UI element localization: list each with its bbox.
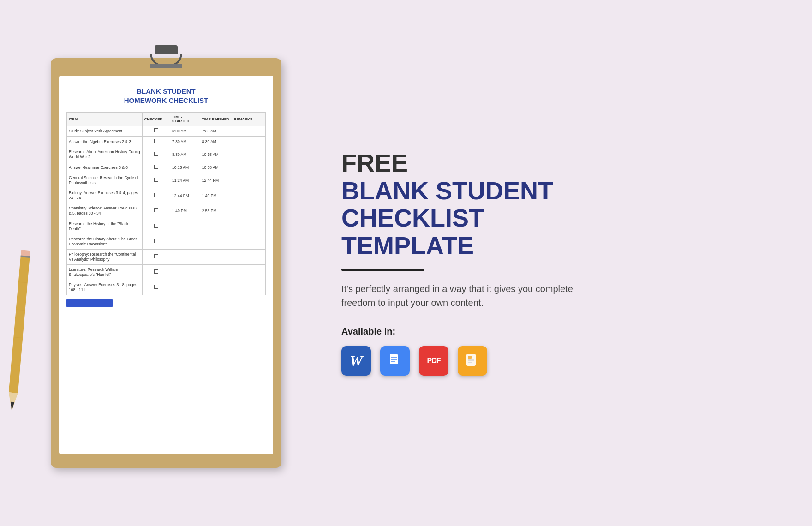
cell-checked [142,188,170,203]
cell-finished: 10:58 AM [200,162,232,173]
cell-checked [142,280,170,295]
cell-item: Biology: Answer Exercises 3 & 4, pages 2… [67,188,143,203]
checkbox[interactable] [154,285,158,289]
checkbox[interactable] [154,208,158,212]
cell-item: Answer the Algebra Exercises 2 & 3 [67,137,143,147]
cell-remarks [232,264,265,280]
table-row: Chemistry Science: Answer Exercises 4 & … [67,203,266,219]
header-checked: CHECKED [142,113,170,126]
table-row: Answer Grammar Exercises 3 & 610:15 AM10… [67,162,266,173]
clipboard-clip [150,45,182,68]
cell-finished: 7:30 AM [200,126,232,137]
table-row: Answer the Algebra Exercises 2 & 37:30 A… [67,137,266,147]
cell-checked [142,147,170,162]
paper-title: BLANK STUDENT HOMEWORK CHECKLIST [66,87,266,105]
cell-started: 7:30 AM [170,137,200,147]
checkbox[interactable] [154,254,158,258]
clipboard-section: BLANK STUDENT HOMEWORK CHECKLIST ITEM CH… [37,58,295,468]
cell-remarks [232,188,265,203]
header-finished: TIME-FINISHED [200,113,232,126]
table-row: Biology: Answer Exercises 3 & 4, pages 2… [67,188,266,203]
checkbox[interactable] [154,239,158,243]
cell-checked [142,173,170,188]
checkbox[interactable] [154,178,158,182]
cell-checked [142,203,170,219]
cell-item: Study Subject-Verb Agreement [67,126,143,137]
cell-remarks [232,147,265,162]
cell-started: 6:00 AM [170,126,200,137]
cell-finished [200,219,232,234]
cell-remarks [232,249,265,264]
checkbox[interactable] [154,128,158,132]
cell-remarks [232,126,265,137]
cell-finished: 8:30 AM [200,137,232,147]
cell-finished [200,264,232,280]
cell-checked [142,137,170,147]
cell-checked [142,264,170,280]
cell-remarks [232,173,265,188]
pages-icon[interactable] [458,346,487,376]
table-row: Research the History of the "Black Death… [67,219,266,234]
cell-item: Philosophy: Research the "Continental Vs… [67,249,143,264]
checkbox[interactable] [154,193,158,197]
info-section: FREE BLANK STUDENT CHECKLIST TEMPLATE It… [332,150,775,376]
app-icons: W PDF [341,346,775,376]
cell-item: Research the History of the "Black Death… [67,219,143,234]
cell-finished: 2:55 PM [200,203,232,219]
cell-checked [142,234,170,249]
cell-started [170,219,200,234]
free-label: FREE [341,150,775,175]
svg-rect-15 [466,354,476,366]
table-row: Study Subject-Verb Agreement6:00 AM7:30 … [67,126,266,137]
header-item: ITEM [67,113,143,126]
cell-finished: 12:44 PM [200,173,232,188]
cell-finished: 10:15 AM [200,147,232,162]
cell-finished: 1:40 PM [200,188,232,203]
table-row: Research the History About "The Great Ec… [67,234,266,249]
cell-item: Chemistry Science: Answer Exercises 4 & … [67,203,143,219]
table-row: Physics: Answer Exercises 3 - 8, pages 1… [67,280,266,295]
cell-remarks [232,234,265,249]
divider [341,269,424,271]
main-title: BLANK STUDENT CHECKLIST TEMPLATE [341,177,775,259]
checkbox[interactable] [154,139,158,143]
cell-remarks [232,219,265,234]
clipboard-body: BLANK STUDENT HOMEWORK CHECKLIST ITEM CH… [51,58,281,468]
cell-started [170,234,200,249]
header-started: TIME-STARTED [170,113,200,126]
table-row: Research About American History During W… [67,147,266,162]
pdf-icon[interactable]: PDF [419,346,448,376]
cell-item: Research the History About "The Great Ec… [67,234,143,249]
table-row: Literature: Research William Shakespeare… [67,264,266,280]
cell-started: 11:24 AM [170,173,200,188]
checklist-table: ITEM CHECKED TIME-STARTED TIME-FINISHED … [66,112,266,295]
paper: BLANK STUDENT HOMEWORK CHECKLIST ITEM CH… [59,76,273,454]
table-row: Philosophy: Research the "Continental Vs… [67,249,266,264]
docs-icon[interactable] [380,346,410,376]
cell-checked [142,126,170,137]
description: It's perfectly arranged in a way that it… [341,282,581,310]
main-container: BLANK STUDENT HOMEWORK CHECKLIST ITEM CH… [0,0,812,526]
cell-started: 8:30 AM [170,147,200,162]
cell-finished [200,234,232,249]
cell-checked [142,249,170,264]
cell-item: General Science: Research the Cycle of P… [67,173,143,188]
cell-item: Answer Grammar Exercises 3 & 6 [67,162,143,173]
cell-started [170,264,200,280]
cell-started [170,249,200,264]
checkbox[interactable] [154,152,158,156]
svg-rect-10 [390,354,398,364]
checkbox[interactable] [154,269,158,274]
cell-item: Literature: Research William Shakespeare… [67,264,143,280]
available-label: Available In: [341,326,775,337]
pencil [1,245,35,423]
checkbox[interactable] [154,224,158,228]
cell-finished [200,249,232,264]
word-icon[interactable]: W [341,346,371,376]
svg-rect-16 [468,356,472,359]
cell-started: 10:15 AM [170,162,200,173]
blue-bar [66,299,113,307]
table-row: General Science: Research the Cycle of P… [67,173,266,188]
checkbox[interactable] [154,165,158,169]
cell-remarks [232,162,265,173]
